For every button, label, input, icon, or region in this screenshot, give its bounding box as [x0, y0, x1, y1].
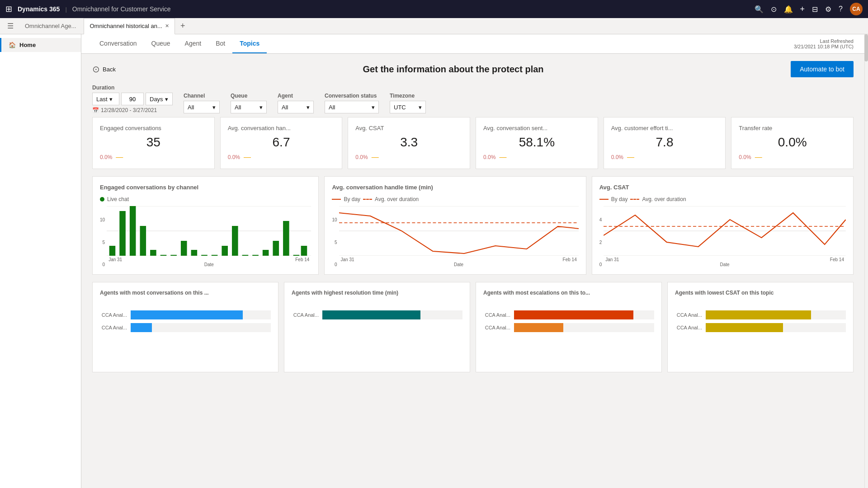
hbar-track	[131, 323, 271, 332]
brand-separator: |	[65, 6, 66, 13]
hbar-label: CCA Anal...	[100, 312, 127, 318]
bottom-title: Agents with most conversations on this .…	[100, 290, 271, 296]
metric-value: 0.0%	[739, 135, 846, 150]
content-area: Conversation Queue Agent Bot Topics Last…	[81, 34, 864, 488]
topbar: ⊞ Dynamics 365 | Omnichannel for Custome…	[0, 0, 868, 18]
metric-trend: 0.0%	[611, 154, 623, 160]
chart-avg-csat: Avg. CSAT By day Avg. over duration 4 2 …	[592, 176, 854, 275]
hbar-row: CCA Anal...	[292, 310, 462, 319]
channel-select[interactable]: All ▾	[184, 101, 220, 113]
metric-footer: 0.0% —	[483, 153, 590, 161]
hbar-fill	[706, 310, 811, 319]
duration-unit-select[interactable]: Days ▾	[146, 93, 173, 105]
page-title: Get the information about the protect pl…	[121, 64, 785, 75]
search-icon[interactable]: 🔍	[755, 5, 764, 14]
svg-rect-5	[130, 206, 136, 256]
tab-omni-hist[interactable]: Omnichannel historical an... ✕	[84, 18, 175, 34]
help-icon[interactable]: ?	[839, 5, 843, 13]
filter-icon[interactable]: ⊟	[812, 5, 818, 14]
duration-label: Duration	[92, 84, 173, 91]
bottom-chart-most-escalations: Agents with most escalations on this to.…	[476, 282, 662, 372]
legend-label: Live chat	[107, 196, 129, 202]
scrollbar[interactable]	[864, 34, 868, 488]
chart-engaged-by-channel: Engaged conversations by channel Live ch…	[92, 176, 319, 275]
page-header: ⊙ Back Get the information about the pro…	[92, 61, 854, 77]
timezone-label: Timezone	[390, 93, 426, 99]
tab-agent[interactable]: Agent	[178, 34, 209, 53]
bar-chart-svg	[107, 206, 311, 256]
filter-timezone: Timezone UTC ▾	[390, 93, 426, 113]
hamburger-menu[interactable]: ☰	[4, 20, 17, 32]
filter-duration: Duration Last ▾ Days ▾ 📅	[92, 84, 173, 113]
tab-bot[interactable]: Bot	[208, 34, 232, 53]
duration-number-input[interactable]	[121, 93, 144, 105]
metric-footer: 0.0% —	[228, 153, 335, 161]
metric-value: 58.1%	[483, 135, 590, 150]
hbar-fill	[131, 310, 243, 319]
tab-conversation[interactable]: Conversation	[92, 34, 144, 53]
sidebar: 🏠 Home	[0, 34, 81, 488]
brand-name: Dynamics 365	[18, 5, 60, 13]
hbar-track	[706, 323, 846, 332]
brand: Dynamics 365 | Omnichannel for Customer …	[18, 5, 171, 13]
bell-icon[interactable]: 🔔	[784, 5, 793, 14]
svg-rect-12	[201, 255, 208, 256]
add-icon[interactable]: +	[800, 5, 805, 14]
hbar-track	[322, 310, 462, 319]
queue-select[interactable]: All ▾	[231, 101, 267, 113]
hbar-label: CCA Anal...	[675, 312, 702, 318]
module-name: Omnichannel for Customer Service	[72, 5, 171, 13]
timezone-select[interactable]: UTC ▾	[390, 101, 426, 113]
metric-title: Transfer rate	[739, 125, 846, 131]
conv-status-select[interactable]: All ▾	[325, 101, 379, 113]
hbar-row: CCA Anal...	[675, 323, 846, 332]
hbar-fill	[514, 323, 563, 332]
bottom-chart-highest-res: Agents with highest resolution time (min…	[284, 282, 470, 372]
hbar-label: CCA Anal...	[483, 325, 510, 330]
nav-icon[interactable]: ⊙	[771, 5, 777, 14]
metric-card-avg-csat: Avg. CSAT 3.3 0.0% —	[348, 117, 470, 169]
tab-close-icon[interactable]: ✕	[165, 23, 169, 29]
legend-line-solid	[599, 199, 609, 200]
metric-title: Engaged conversations	[100, 125, 207, 131]
secondary-nav: Conversation Queue Agent Bot Topics Last…	[81, 34, 864, 54]
chart-row-1: Engaged conversations by channel Live ch…	[92, 176, 854, 275]
metric-dash: —	[499, 153, 506, 161]
bottom-charts: Agents with most conversations on this .…	[92, 282, 854, 372]
legend-dot	[100, 197, 104, 202]
agent-select[interactable]: All ▾	[278, 101, 314, 113]
hbar-row: CCA Anal...	[100, 310, 271, 319]
svg-rect-14	[222, 246, 228, 256]
hbar-track	[131, 310, 271, 319]
chevron-down-icon: ▾	[419, 104, 422, 111]
bottom-title: Agents with most escalations on this to.…	[483, 290, 654, 296]
apps-icon[interactable]: ⊞	[5, 4, 12, 14]
tab-omni-age[interactable]: Omnichannel Age...	[19, 18, 82, 34]
svg-rect-18	[263, 250, 269, 256]
metric-title: Avg. conversation han...	[228, 125, 335, 131]
svg-rect-13	[212, 255, 218, 256]
svg-rect-21	[293, 255, 300, 256]
filter-queue: Queue All ▾	[231, 93, 267, 113]
tab-queue[interactable]: Queue	[144, 34, 178, 53]
svg-rect-11	[191, 250, 198, 256]
metric-value: 3.3	[355, 135, 462, 150]
avatar[interactable]: CA	[850, 3, 863, 15]
scrollbar-thumb[interactable]	[864, 34, 868, 61]
svg-rect-22	[301, 246, 307, 256]
back-button[interactable]: ⊙ Back	[92, 64, 116, 75]
svg-rect-9	[170, 255, 177, 256]
sidebar-item-home[interactable]: 🏠 Home	[0, 38, 81, 52]
chevron-down-icon: ▾	[109, 96, 113, 103]
hbar-label: CCA Anal...	[292, 312, 319, 318]
duration-type-select[interactable]: Last ▾	[92, 93, 119, 105]
chart-avg-handle-time: Avg. conversation handle time (min) By d…	[324, 176, 586, 275]
automate-to-bot-button[interactable]: Automate to bot	[791, 61, 854, 77]
bottom-title: Agents with highest resolution time (min…	[292, 290, 462, 296]
tab-topics[interactable]: Topics	[232, 34, 267, 53]
svg-rect-15	[232, 226, 238, 256]
tab-add-button[interactable]: +	[177, 21, 189, 31]
chart-legend: Live chat	[100, 196, 311, 202]
settings-icon[interactable]: ⚙	[825, 5, 831, 14]
svg-rect-7	[150, 250, 156, 256]
